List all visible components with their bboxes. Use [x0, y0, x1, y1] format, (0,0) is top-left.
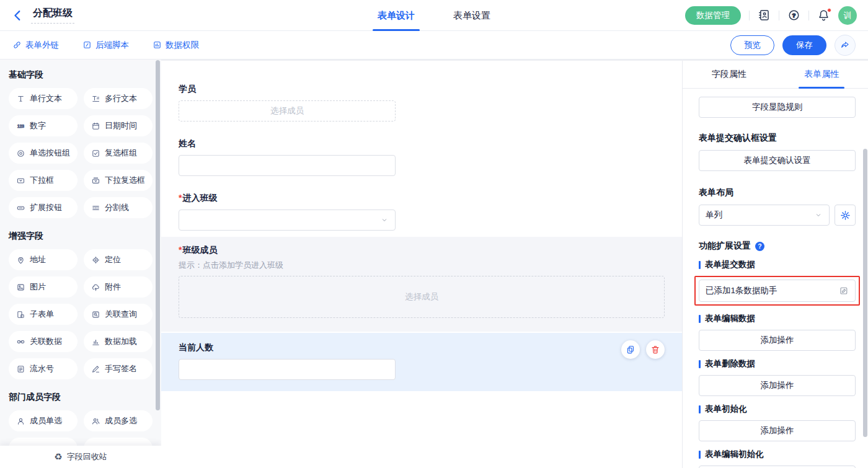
palette-item-data-load[interactable]: 数据加载 — [84, 331, 153, 352]
field-recycle-bin[interactable]: ♻ 字段回收站 — [0, 446, 161, 468]
script-icon — [82, 40, 92, 50]
back-icon[interactable] — [11, 9, 25, 22]
group-bar — [699, 261, 701, 269]
serial-number-icon — [16, 364, 25, 374]
data-permission-icon — [153, 40, 162, 50]
data-manage-button[interactable]: 数据管理 — [685, 6, 741, 25]
member-picker-wide[interactable]: 选择成员 — [179, 276, 665, 318]
palette-item-single-line-text[interactable]: 单行文本 — [9, 88, 78, 109]
palette-item-image[interactable]: 图片 — [9, 276, 78, 298]
layout-select[interactable]: 单列 — [699, 205, 830, 226]
data-assistant-configured-item[interactable]: 已添加1条数据助手 — [699, 280, 856, 302]
red-highlight-annotation: 已添加1条数据助手 — [694, 276, 860, 306]
field-label-required: 进入班级 — [179, 192, 665, 203]
field-current-count-selected[interactable]: 当前人数 — [161, 333, 682, 391]
multi-line-text-icon — [91, 94, 100, 104]
palette-item-attachment[interactable]: 附件 — [84, 276, 153, 298]
palette-item-checkbox-group[interactable]: 复选框组 — [84, 143, 153, 164]
multi-select-icon — [91, 176, 100, 185]
member-single-icon — [16, 417, 25, 426]
share-button[interactable] — [835, 35, 856, 56]
section-title-basic-fields: 基础字段 — [9, 69, 153, 81]
field-label: 学员 — [179, 83, 665, 94]
image-icon — [16, 283, 25, 292]
add-action-button-edit-data[interactable]: 添加操作 — [699, 330, 856, 351]
palette-item-divider[interactable]: 分割线 — [84, 197, 153, 218]
submit-confirm-button[interactable]: 表单提交确认设置 — [699, 150, 856, 171]
copy-field-button[interactable] — [621, 340, 640, 359]
tab-form-properties[interactable]: 表单属性 — [776, 61, 868, 88]
panel-scrollbar[interactable] — [863, 149, 867, 437]
palette-item-subform[interactable]: 子表单 — [9, 304, 78, 325]
subform-icon — [16, 310, 25, 319]
backend-script-link[interactable]: 后端脚本 — [82, 40, 129, 51]
tab-form-design[interactable]: 表单设计 — [378, 0, 415, 31]
data-load-icon — [91, 337, 100, 347]
palette-item-member-multi[interactable]: 成员多选 — [84, 410, 153, 431]
tab-field-properties[interactable]: 字段属性 — [683, 61, 776, 88]
delete-field-button[interactable] — [646, 340, 665, 359]
attachment-icon — [91, 283, 100, 292]
divider — [808, 11, 809, 20]
notification-dot — [827, 8, 831, 12]
preview-button[interactable]: 预览 — [730, 35, 774, 55]
field-label: 当前人数 — [179, 342, 665, 353]
number-icon — [16, 121, 25, 131]
single-line-text-icon — [16, 94, 25, 104]
field-actions — [621, 340, 665, 359]
form-toolbar: 表单外链 后端脚本 数据权限 预览 保存 — [0, 31, 868, 60]
form-layout-row: 单列 — [699, 205, 856, 226]
name-input[interactable] — [179, 155, 396, 176]
palette-item-select[interactable]: 下拉框 — [9, 170, 78, 191]
palette-item-multi-line-text[interactable]: 多行文本 — [84, 88, 153, 109]
field-student[interactable]: 学员 选择成员 — [161, 83, 682, 121]
add-action-button-edit-init[interactable]: 添加操作 — [699, 466, 856, 468]
palette-item-radio-group[interactable]: 单选按钮组 — [9, 143, 78, 164]
palette-item-address[interactable]: 地址 — [9, 249, 78, 270]
sidebar-scrollbar[interactable] — [156, 60, 160, 410]
avatar[interactable]: 训 — [838, 6, 857, 25]
palette-item-datetime[interactable]: 日期时间 — [84, 115, 153, 136]
field-palette-sidebar: 基础字段 单行文本 多行文本 数字 日期时间 单选按钮组 复选框组 下拉框 下拉… — [0, 60, 161, 468]
help-icon[interactable] — [755, 242, 764, 251]
field-visibility-rules-button[interactable]: 字段显隐规则 — [699, 97, 856, 118]
save-button[interactable]: 保存 — [782, 35, 826, 55]
group-form-init: 表单初始化 — [699, 404, 856, 415]
palette-item-number[interactable]: 数字 — [9, 115, 78, 136]
palette-item-multi-select[interactable]: 下拉复选框 — [84, 170, 153, 191]
link-icon — [12, 40, 22, 50]
notification-bell[interactable] — [817, 9, 830, 22]
header-tabs: 表单设计 表单设置 — [378, 0, 490, 31]
data-permission-link[interactable]: 数据权限 — [153, 40, 199, 51]
palette-item-serial-number[interactable]: 流水号 — [9, 358, 78, 379]
add-action-button-init[interactable]: 添加操作 — [699, 420, 856, 441]
field-class-members[interactable]: 班级成员 提示：点击添加学员进入班级 选择成员 — [161, 237, 682, 332]
class-select[interactable] — [179, 210, 396, 231]
tab-form-settings[interactable]: 表单设置 — [453, 0, 490, 31]
datetime-icon — [91, 121, 100, 131]
member-picker[interactable]: 选择成员 — [179, 100, 396, 121]
help-icon[interactable] — [787, 9, 800, 22]
palette-item-lookup[interactable]: 关联查询 — [84, 304, 153, 325]
add-action-button-delete-data[interactable]: 添加操作 — [699, 375, 856, 396]
palette-item-member-single[interactable]: 成员单选 — [9, 410, 78, 431]
form-external-link[interactable]: 表单外链 — [12, 40, 59, 51]
palette-item-linked-data[interactable]: 关联数据 — [9, 331, 78, 352]
contact-book-icon[interactable] — [758, 9, 771, 22]
address-icon — [16, 255, 25, 265]
field-enter-class[interactable]: 进入班级 — [161, 192, 682, 231]
palette-item-signature[interactable]: 手写签名 — [84, 358, 153, 379]
extension-settings-title: 功能扩展设置 — [699, 241, 856, 252]
field-name[interactable]: 姓名 — [161, 138, 682, 176]
group-bar — [699, 405, 701, 413]
copy-icon — [626, 345, 636, 355]
current-count-input[interactable] — [179, 359, 396, 380]
page-title[interactable]: 分配班级 — [31, 7, 74, 24]
gear-icon — [840, 210, 851, 221]
properties-body: 字段显隐规则 表单提交确认框设置 表单提交确认设置 表单布局 单列 功能扩展设置 — [683, 89, 868, 468]
layout-settings-button[interactable] — [835, 205, 856, 226]
palette-item-location[interactable]: 定位 — [84, 249, 153, 270]
group-bar — [699, 451, 701, 459]
palette-item-extend-button[interactable]: 扩展按钮 — [9, 197, 78, 218]
edit-icon[interactable] — [839, 286, 849, 296]
